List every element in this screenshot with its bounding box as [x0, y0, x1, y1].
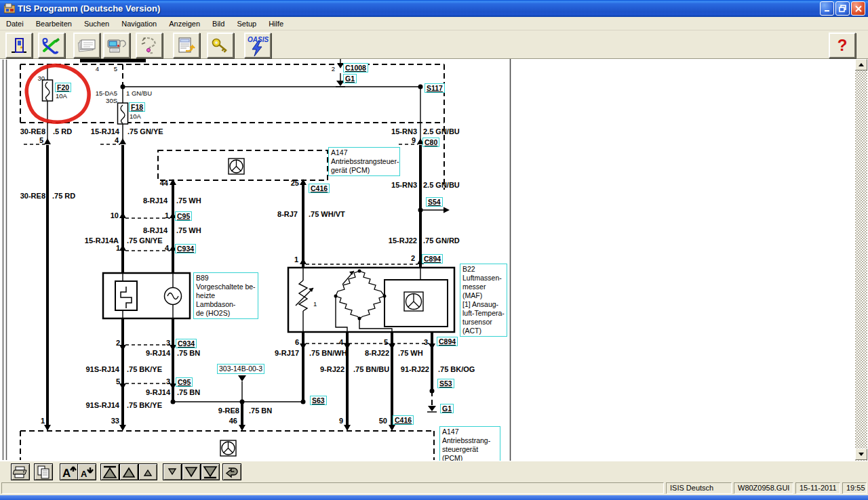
documents-button[interactable] [73, 33, 100, 58]
link-F18[interactable]: F18 [129, 102, 145, 112]
wire-label: 15-RN3 [391, 127, 417, 136]
menu-navigation[interactable]: Navigation [115, 18, 163, 29]
zoom-up-medium-button[interactable] [119, 463, 138, 480]
component-B89-ho2s[interactable]: B89Vorgeschaltete be-heizte Lambdason-de… [193, 272, 258, 319]
wire-label: 91S-RJ14 [85, 365, 119, 373]
wire-label: 8-RJ14 [143, 226, 167, 234]
viewer-toolbar: A A [0, 461, 868, 481]
wire-label: .75 WH [398, 349, 423, 357]
component-B22-maf[interactable]: B22Luftmassen-messer (MAF)[1] Ansaug-luf… [460, 264, 507, 337]
wire-label: 5 [384, 338, 388, 346]
link-S53[interactable]: S53 [437, 379, 454, 388]
wire-label: 1 [294, 255, 298, 264]
wire-label: .75 WH [176, 226, 201, 234]
print-button[interactable] [11, 463, 30, 480]
wire-label: 4 [165, 244, 169, 252]
zoom-fit-down-button[interactable] [201, 463, 220, 480]
print-preview-button[interactable] [103, 33, 130, 58]
menu-datei[interactable]: Datei [0, 18, 30, 29]
key-button[interactable] [207, 33, 234, 58]
font-decrease-button[interactable]: A [77, 463, 96, 480]
wire-label: 5 [116, 377, 120, 386]
link-C95-mid[interactable]: C95 [175, 211, 192, 221]
wire-label: .75 WH/VT [309, 210, 345, 218]
component-A147-pcm-bottom[interactable]: A147Antriebsstrang-steuergerät (PCM) [439, 426, 500, 464]
link-C416-bottom[interactable]: C416 [393, 415, 414, 425]
back-button[interactable] [222, 463, 241, 480]
zoom-up-small-button[interactable] [138, 463, 157, 480]
taskbar-edge [0, 495, 868, 500]
minimize-button[interactable] [820, 1, 834, 16]
return-arrow-icon [224, 465, 239, 479]
wire-label: 15-DA5 [96, 89, 117, 97]
wire-label: .75 BN [249, 407, 272, 415]
component-A147-pcm-top[interactable]: A147Antriebsstrangsteuer-gerät (PCM) [328, 147, 400, 176]
link-C1008[interactable]: C1008 [343, 63, 368, 72]
link-F20[interactable]: F20 [55, 83, 71, 92]
wrench-screwdriver-icon [41, 36, 62, 55]
wire-label: .75 RD [52, 192, 75, 200]
link-G1-bottom[interactable]: G1 [440, 404, 454, 413]
wire-label: 91S-RJ14 [85, 401, 119, 409]
part-number-link[interactable]: 303-14B-00-3 [217, 364, 264, 374]
flowchart-button[interactable] [136, 33, 163, 58]
link-S54[interactable]: S54 [426, 197, 443, 207]
oasis-label: OASIS [248, 36, 269, 43]
wire-label: 2.5 GN/BU [423, 181, 460, 189]
oasis-button[interactable]: OASIS [244, 33, 271, 58]
link-G1-top[interactable]: G1 [343, 74, 357, 83]
link-C95-bottom[interactable]: C95 [176, 377, 193, 387]
link-C934-mid[interactable]: C934 [175, 244, 196, 253]
wire-label: 15-RN3 [391, 181, 417, 189]
menu-suchen[interactable]: Suchen [78, 18, 115, 29]
link-C80[interactable]: C80 [422, 138, 439, 147]
font-smaller-icon: A [79, 465, 94, 479]
menu-hilfe[interactable]: Hilfe [262, 18, 290, 29]
link-C894-top[interactable]: C894 [422, 254, 443, 264]
link-C416-top[interactable]: C416 [309, 184, 330, 193]
link-S63[interactable]: S63 [310, 396, 327, 405]
copy-button[interactable] [34, 463, 53, 480]
wire-label: .75 BN [177, 388, 200, 396]
wire-label: 2 [116, 339, 120, 347]
wire-label: 30S [106, 97, 117, 104]
menu-anzeigen[interactable]: Anzeigen [163, 18, 206, 29]
wire-label: 15-RJ22 [389, 236, 417, 245]
scroll-down-button[interactable] [855, 449, 867, 460]
restore-button[interactable] [835, 1, 850, 16]
close-button[interactable] [851, 1, 865, 16]
menu-bild[interactable]: Bild [206, 18, 231, 29]
menu-bearbeiten[interactable]: Bearbeiten [30, 18, 78, 29]
wire-label: 10 [111, 211, 119, 220]
wire-label: .75 GN/YE [127, 127, 163, 136]
wire-label: .75 WH [176, 196, 201, 205]
cards-icon [77, 36, 97, 55]
tools-button[interactable] [38, 33, 65, 58]
document-arrow-icon [176, 36, 197, 55]
wire-label: 9 [339, 417, 343, 425]
wiring-diagram-viewport: 4523015-DA530S1 GN/BU10A10A1F20F18C1008G… [0, 59, 868, 461]
zoom-fit-up-button[interactable] [100, 463, 119, 480]
wire-label: 25 [291, 179, 299, 187]
wire-label: 9-RJ14 [146, 349, 170, 357]
font-increase-button[interactable]: A [60, 463, 79, 480]
zoom-down-medium-button[interactable] [182, 463, 201, 480]
wire-label: 5 [39, 136, 43, 144]
link-S117[interactable]: S117 [425, 83, 445, 93]
zoom-down-small-button[interactable] [163, 463, 182, 480]
wire-label: 44 [160, 179, 168, 187]
link-C894-bottom[interactable]: C894 [437, 337, 458, 346]
status-bar: ISIS DeutschW80Z0958.GUI15-11-201119:55 [0, 481, 868, 495]
wire-label: .5 RD [53, 127, 72, 136]
link-C934-bottom[interactable]: C934 [176, 339, 197, 348]
exit-button[interactable] [5, 33, 33, 58]
vertical-scrollbar[interactable] [855, 59, 867, 461]
wire-label: 1 [116, 244, 120, 252]
scroll-up-button[interactable] [855, 59, 867, 70]
report-button[interactable] [173, 33, 200, 58]
triangle-down-icon [184, 465, 199, 479]
help-button[interactable]: ? [829, 33, 856, 58]
menu-bar: DateiBearbeitenSuchenNavigationAnzeigenB… [0, 17, 868, 30]
menu-setup[interactable]: Setup [231, 18, 262, 29]
wire-label: .75 BK/YE [127, 365, 162, 373]
